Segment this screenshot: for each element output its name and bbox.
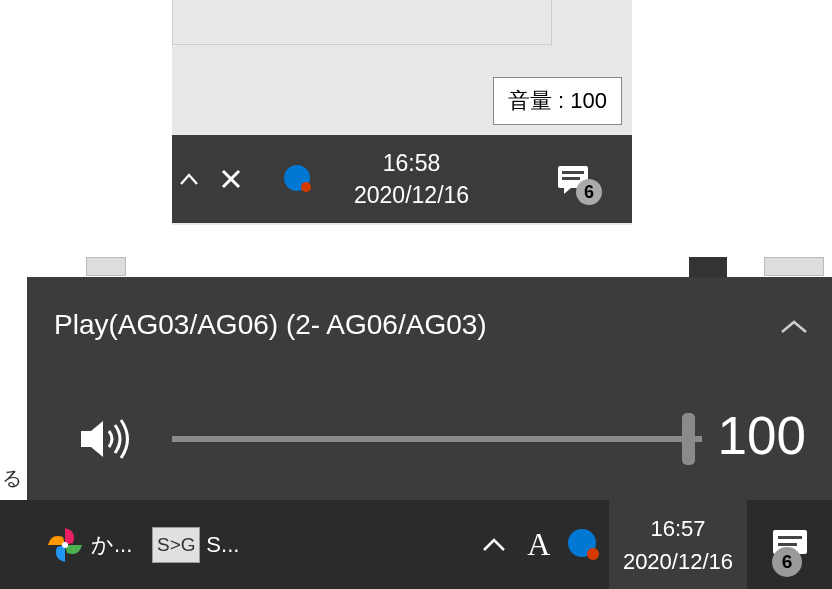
- system-tray: A 16:57 2020/12/16 6: [469, 500, 832, 589]
- screen-to-gif-icon: S>G: [152, 527, 200, 563]
- speaker-icon: [77, 415, 135, 463]
- notification-badge-small: 6: [576, 179, 602, 205]
- svg-point-7: [587, 548, 599, 560]
- volume-slider-thumb[interactable]: [682, 413, 695, 465]
- clock-small[interactable]: 16:58 2020/12/16: [354, 147, 469, 211]
- svg-point-1: [301, 182, 311, 192]
- volume-value: 100: [718, 405, 806, 466]
- assistant-bubble-icon: [566, 527, 602, 563]
- volume-slider[interactable]: [172, 436, 702, 442]
- volume-tooltip: 音量 : 100: [493, 77, 622, 125]
- tray-overflow-button[interactable]: [469, 500, 519, 589]
- chevron-up-icon: [779, 318, 809, 336]
- partial-text: る: [0, 463, 24, 494]
- time-small: 16:58: [354, 147, 469, 179]
- date: 2020/12/16: [623, 545, 733, 578]
- tray-overflow-icon[interactable]: [175, 165, 203, 193]
- pinwheel-icon: [45, 525, 85, 565]
- partial-button-1[interactable]: [86, 257, 126, 276]
- taskbar-app-1[interactable]: か...: [35, 500, 142, 589]
- collapse-button[interactable]: [776, 309, 812, 345]
- ime-indicator[interactable]: A: [519, 500, 559, 589]
- partial-button-2[interactable]: [764, 257, 824, 276]
- chevron-up-icon: [179, 172, 199, 186]
- svg-rect-3: [562, 171, 584, 174]
- partial-textbox: [172, 0, 552, 45]
- taskbar-app-2[interactable]: S>G S...: [142, 500, 249, 589]
- audio-device-name: Play(AG03/AG06) (2- AG06/AG03): [54, 309, 487, 341]
- assistant-bubble-icon: [282, 163, 314, 195]
- svg-rect-9: [778, 536, 802, 539]
- close-button[interactable]: [215, 163, 247, 195]
- clock[interactable]: 16:57 2020/12/16: [609, 500, 747, 589]
- partial-dropdown[interactable]: [689, 257, 727, 279]
- small-taskbar: 16:58 2020/12/16 6: [172, 135, 632, 223]
- svg-rect-4: [562, 177, 580, 180]
- assistant-icon[interactable]: [282, 163, 314, 195]
- assistant-tray-icon[interactable]: [559, 500, 609, 589]
- slider-fill: [172, 436, 702, 442]
- speaker-button[interactable]: [77, 415, 135, 463]
- time: 16:57: [650, 512, 705, 545]
- svg-point-5: [62, 542, 68, 548]
- close-icon: [219, 167, 243, 191]
- volume-flyout: Play(AG03/AG06) (2- AG06/AG03) 100: [27, 277, 832, 500]
- taskbar-app-1-label: か...: [91, 530, 132, 560]
- action-center[interactable]: 6: [747, 500, 832, 589]
- svg-rect-10: [778, 543, 797, 546]
- taskbar: か... S>G S... A 16:57 2020/12/16: [0, 500, 832, 589]
- notification-badge: 6: [772, 547, 802, 577]
- taskbar-app-2-label: S...: [206, 532, 239, 558]
- chevron-up-icon: [481, 536, 507, 554]
- date-small: 2020/12/16: [354, 179, 469, 211]
